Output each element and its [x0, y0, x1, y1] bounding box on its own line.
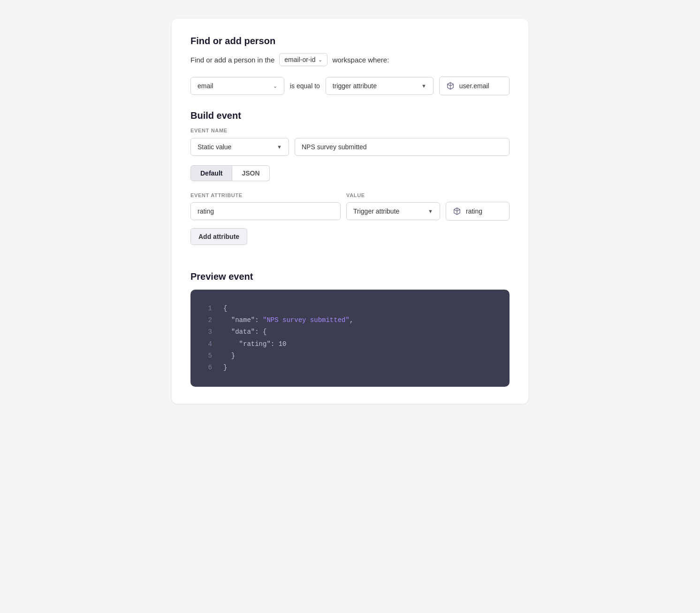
attribute-select[interactable]: email ⌄ — [190, 77, 284, 95]
code-content-5: } — [223, 350, 235, 362]
identifier-dropdown-chevron: ⌄ — [318, 57, 322, 63]
code-line-2: 2 "name": "NPS survey submitted", — [205, 314, 495, 326]
event-attribute-header: EVENT ATTRIBUTE — [190, 192, 341, 198]
attr-headers: EVENT ATTRIBUTE VALUE — [190, 192, 510, 198]
trigger-type-label: Trigger attribute — [353, 207, 399, 215]
code-line-1: 1 { — [205, 303, 495, 314]
code-content-4: "rating": 10 — [223, 338, 286, 350]
attribute-select-chevron: ⌄ — [273, 83, 277, 89]
identifier-dropdown[interactable]: email-or-id ⌄ — [279, 53, 327, 66]
event-name-type-select[interactable]: Static value ▼ — [190, 138, 289, 156]
event-name-input[interactable] — [295, 138, 510, 156]
add-attribute-button[interactable]: Add attribute — [190, 228, 247, 245]
operator-label: is equal to — [290, 82, 320, 90]
trigger-value-text: rating — [466, 207, 482, 215]
value-type-label: trigger attribute — [333, 82, 377, 90]
code-line-3: 3 "data": { — [205, 326, 495, 338]
find-person-section: Find or add person Find or add a person … — [190, 36, 510, 95]
identifier-dropdown-label: email-or-id — [284, 56, 315, 63]
event-name-type-chevron: ▼ — [277, 144, 282, 150]
value-header: VALUE — [346, 192, 365, 198]
trigger-cube-icon — [453, 207, 461, 215]
event-attribute-input[interactable] — [190, 202, 341, 220]
find-person-desc-suffix: workspace where: — [332, 56, 389, 64]
line-num-1: 1 — [205, 303, 212, 314]
value-type-select[interactable]: trigger attribute ▼ — [326, 77, 434, 95]
tab-row: Default JSON — [190, 165, 510, 181]
line-num-2: 2 — [205, 314, 212, 326]
main-card: Find or add person Find or add a person … — [172, 19, 528, 404]
find-person-row: Find or add a person in the email-or-id … — [190, 53, 510, 66]
preview-title: Preview event — [190, 271, 510, 282]
trigger-type-chevron: ▼ — [428, 208, 433, 214]
find-person-desc-prefix: Find or add a person in the — [190, 56, 274, 64]
code-content-6: } — [223, 362, 227, 374]
trigger-type-select[interactable]: Trigger attribute ▼ — [346, 202, 440, 220]
code-line-5: 5 } — [205, 350, 495, 362]
build-event-title: Build event — [190, 110, 510, 121]
line-num-4: 4 — [205, 338, 212, 350]
event-name-type-label: Static value — [198, 143, 231, 151]
event-name-label: EVENT NAME — [190, 128, 510, 133]
value-type-chevron: ▼ — [421, 83, 426, 89]
code-content-3: "data": { — [223, 326, 266, 338]
code-line-6: 6 } — [205, 362, 495, 374]
find-person-title: Find or add person — [190, 36, 510, 46]
event-name-row: Static value ▼ — [190, 138, 510, 156]
filter-value-text: user.email — [459, 82, 489, 90]
tab-json[interactable]: JSON — [232, 165, 269, 181]
build-event-section: Build event EVENT NAME Static value ▼ De… — [190, 110, 510, 260]
preview-section: Preview event 1 { 2 "name": "NPS survey … — [190, 271, 510, 387]
code-block: 1 { 2 "name": "NPS survey submitted", 3 … — [190, 290, 510, 387]
code-line-4: 4 "rating": 10 — [205, 338, 495, 350]
attribute-select-label: email — [198, 82, 213, 90]
line-num-5: 5 — [205, 350, 212, 362]
code-content-1: { — [223, 303, 227, 314]
line-num-6: 6 — [205, 362, 212, 374]
cube-icon — [446, 82, 455, 90]
trigger-value-field: rating — [446, 202, 510, 221]
filter-value-field: user.email — [439, 77, 510, 95]
line-num-3: 3 — [205, 326, 212, 338]
attr-row: Trigger attribute ▼ rating — [190, 202, 510, 221]
code-content-2: "name": "NPS survey submitted", — [223, 314, 353, 326]
tab-default[interactable]: Default — [190, 165, 232, 181]
filter-row: email ⌄ is equal to trigger attribute ▼ … — [190, 77, 510, 95]
